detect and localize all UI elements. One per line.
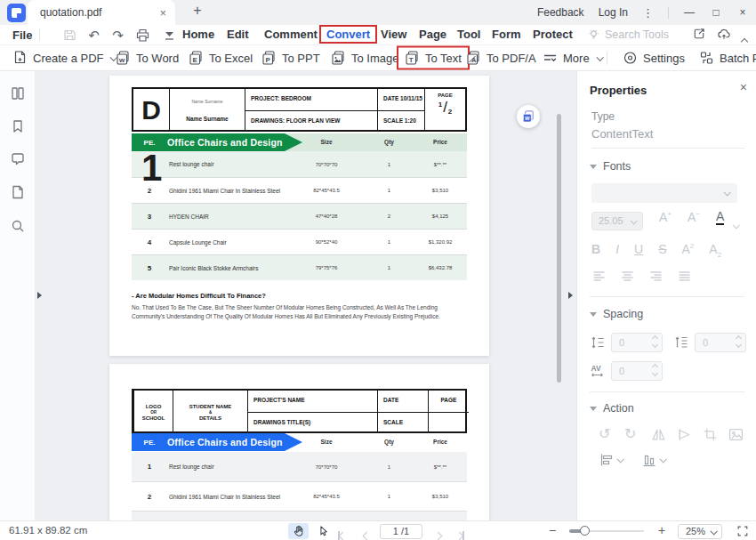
maximize-button[interactable]: □ [710,6,722,19]
zoom-level-select[interactable]: 25% [678,524,722,539]
more-button[interactable]: More [543,51,602,66]
menu-tool[interactable]: Tool [457,25,480,44]
print-icon[interactable] [135,28,150,43]
fullscreen-button[interactable] [736,525,749,537]
search-tools-button[interactable]: Search Tools [587,25,669,44]
float-convert-word-button[interactable]: w [517,105,540,128]
menu-file[interactable]: File [12,25,32,44]
action-section-header[interactable]: Action [590,402,634,415]
document-tab[interactable]: quotation.pdf × [28,0,175,25]
character-spacing-input[interactable]: 0 [611,361,663,381]
thumbnails-panel-icon[interactable] [10,85,26,101]
zoom-slider[interactable] [569,530,644,532]
flip-horizontal-icon[interactable] [650,426,667,443]
bold-button[interactable]: B [591,242,600,256]
previous-page-button[interactable] [364,527,370,540]
strikethrough-button[interactable]: S [658,242,666,256]
spinner-arrows-icon[interactable] [653,336,657,347]
paragraph-spacing-input[interactable]: 0 [695,333,746,352]
zoom-out-button[interactable]: − [549,523,556,537]
to-ppt-button[interactable]: P To PPT [261,51,320,66]
distribute-objects-dropdown[interactable] [641,452,665,468]
zoom-slider-knob[interactable] [580,526,590,536]
more-menu-icon[interactable]: ⋮ [642,6,654,20]
flip-vertical-icon[interactable] [676,426,693,443]
zoom-in-button[interactable]: + [658,523,665,537]
hand-tool-button[interactable] [288,523,309,539]
redo-icon[interactable]: ↷ [110,28,125,43]
increase-font-button[interactable]: A+ [659,210,672,224]
feedback-link[interactable]: Feedback [537,6,584,19]
menu-convert[interactable]: Convert [319,25,377,44]
replace-image-icon[interactable] [728,426,744,443]
vertical-scrollbar[interactable] [557,114,561,383]
to-excel-button[interactable]: E To Excel [189,51,253,66]
align-objects-dropdown[interactable] [599,452,623,468]
rotate-left-icon[interactable]: ↺ [599,425,610,442]
svg-text:P: P [266,56,271,64]
new-tab-button[interactable]: + [189,3,206,19]
menu-form[interactable]: Form [492,25,521,44]
svg-text:w: w [524,115,530,121]
properties-close-icon[interactable]: × [740,80,747,94]
select-tool-button[interactable] [313,523,334,539]
minimize-button[interactable]: — [683,6,696,19]
font-size-select[interactable]: 25.05 [591,212,643,230]
share-export-icon[interactable] [692,27,706,41]
fonts-section-header[interactable]: Fonts [590,160,631,173]
font-color-button[interactable]: A [716,210,724,225]
align-left-icon[interactable] [591,269,607,284]
document-canvas[interactable]: D Name Surname Name Surname PROJECT: BED… [36,71,576,520]
page-number-input[interactable]: 1 /1 [380,524,422,539]
type-value: ContentText [591,127,744,149]
menu-view[interactable]: View [381,25,406,44]
batch-label: Batch Pr [720,52,756,65]
tab-close-icon[interactable]: × [159,6,166,20]
first-page-button[interactable] [338,527,346,540]
spinner-arrows-icon[interactable] [736,336,741,347]
underline-button[interactable]: U [634,242,643,256]
font-color-chevron-icon[interactable] [733,216,738,232]
search-panel-icon[interactable] [10,218,26,234]
to-image-button[interactable]: To Image [331,51,398,66]
cloud-upload-icon[interactable] [717,27,731,41]
close-button[interactable]: × [736,6,749,19]
right-panel-expander-icon[interactable] [568,292,573,299]
last-page-button[interactable] [456,527,464,540]
menu-protect[interactable]: Protect [533,25,573,44]
italic-button[interactable]: I [615,242,619,256]
to-word-button[interactable]: w To Word [116,51,179,66]
left-panel-expander-icon[interactable] [37,292,42,299]
align-right-icon[interactable] [648,269,664,284]
spacing-section-header[interactable]: Spacing [590,308,643,320]
font-family-select[interactable] [591,183,737,203]
decrease-font-button[interactable]: A− [688,210,700,224]
settings-button[interactable]: Settings [623,51,685,66]
quick-tools-dropdown-icon[interactable] [162,28,177,43]
batch-process-button[interactable]: Batch Pr [699,51,756,66]
create-pdf-button[interactable]: Create a PDF [12,51,116,66]
align-justify-icon[interactable] [677,269,692,284]
align-center-icon[interactable] [620,269,635,284]
login-link[interactable]: Log In [599,6,628,19]
word-badge-icon: w [521,109,535,124]
subscript-button[interactable]: A2 [709,242,721,259]
menu-edit[interactable]: Edit [227,25,249,44]
to-text-button[interactable]: T To Text [397,46,470,70]
to-pdfa-button[interactable]: A To PDF/A [466,51,536,66]
menu-page[interactable]: Page [419,25,446,44]
undo-icon[interactable]: ↶ [86,28,101,43]
attachments-panel-icon[interactable] [10,184,26,200]
bookmarks-panel-icon[interactable] [10,118,26,134]
menu-comment[interactable]: Comment [264,25,318,44]
comments-panel-icon[interactable] [10,151,26,167]
menu-home[interactable]: Home [182,25,214,44]
superscript-button[interactable]: A2 [681,242,694,256]
line-spacing-input[interactable]: 0 [611,333,663,352]
to-excel-label: To Excel [209,52,253,65]
rotate-right-icon[interactable]: ↻ [624,425,636,442]
crop-icon[interactable] [702,426,719,443]
save-icon[interactable] [62,28,77,43]
next-page-button[interactable] [435,527,441,540]
spinner-arrows-icon[interactable] [653,365,657,375]
